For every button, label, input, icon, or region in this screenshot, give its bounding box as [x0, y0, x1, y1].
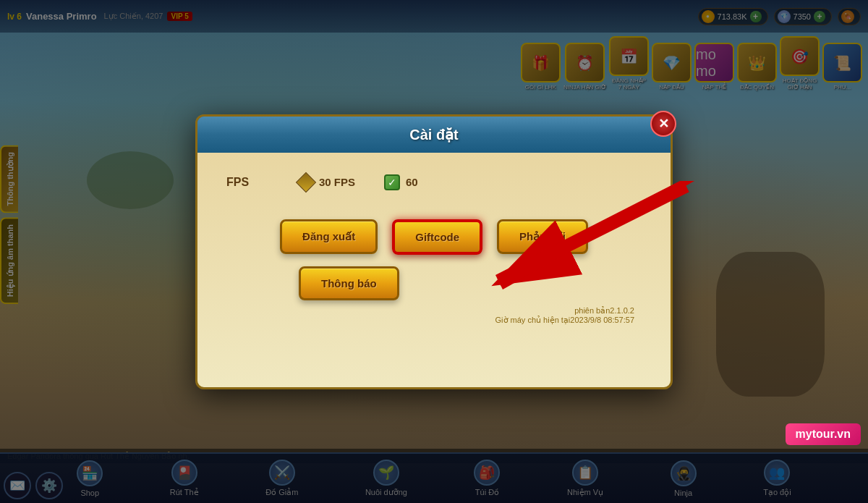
fps-option-30[interactable]: 30 FPS	[299, 175, 355, 190]
modal-body: FPS 30 FPS ✓ 60 Đăng xuất Giftcode Phản …	[197, 153, 671, 339]
fps-option-60[interactable]: ✓ 60	[384, 174, 418, 190]
close-button[interactable]: ✕	[650, 111, 676, 137]
action-buttons-row: Đăng xuất Giftcode Phản hồi	[226, 219, 642, 255]
secondary-buttons-row: Thông báo	[226, 266, 642, 300]
feedback-button[interactable]: Phản hồi	[497, 219, 588, 254]
branding-badge: mytour.vn	[786, 423, 861, 445]
fps-60-radio[interactable]: ✓	[384, 174, 400, 190]
fps-30-label: 30 FPS	[319, 176, 355, 188]
fps-60-label: 60	[406, 176, 418, 188]
notification-button[interactable]: Thông báo	[299, 266, 399, 300]
version-line2: Giờ máy chủ hiện tại2023/9/8 08:57:57	[226, 316, 634, 325]
fps-30-radio[interactable]	[296, 172, 316, 192]
modal-overlay: Cài đặt ✕ FPS 30 FPS ✓ 60 Đăng xu	[0, 0, 868, 503]
giftcode-button[interactable]: Giftcode	[392, 219, 482, 255]
fps-label: FPS	[226, 176, 270, 189]
fps-row: FPS 30 FPS ✓ 60	[226, 174, 642, 190]
logout-button[interactable]: Đăng xuất	[280, 219, 378, 254]
version-info: phiên bản2.1.0.2 Giờ máy chủ hiện tại202…	[226, 306, 642, 325]
close-icon: ✕	[658, 116, 669, 132]
modal-title: Cài đặt	[409, 126, 459, 143]
settings-modal: Cài đặt ✕ FPS 30 FPS ✓ 60 Đăng xu	[195, 114, 673, 389]
version-line1: phiên bản2.1.0.2	[226, 306, 634, 316]
modal-header: Cài đặt ✕	[197, 117, 671, 153]
